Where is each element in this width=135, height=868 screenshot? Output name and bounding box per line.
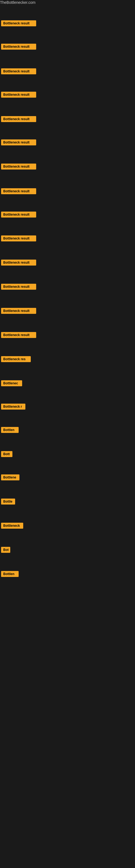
result-row-4: Bottleneck result: [1, 92, 36, 99]
bottleneck-badge-24[interactable]: Bottlen: [1, 571, 18, 577]
bottleneck-badge-4[interactable]: Bottleneck result: [1, 92, 36, 98]
result-row-16: Bottlenec: [1, 380, 22, 388]
result-row-8: Bottleneck result: [1, 188, 36, 195]
bottleneck-badge-9[interactable]: Bottleneck result: [1, 212, 36, 218]
bottleneck-badge-6[interactable]: Bottleneck result: [1, 140, 36, 145]
result-row-14: Bottleneck result: [1, 332, 36, 339]
result-row-12: Bottleneck result: [1, 284, 36, 291]
bottleneck-badge-18[interactable]: Bottlen: [1, 427, 18, 433]
result-row-10: Bottleneck result: [1, 236, 36, 243]
result-row-6: Bottleneck result: [1, 140, 36, 147]
bottleneck-badge-5[interactable]: Bottleneck result: [1, 116, 36, 122]
result-row-22: Bottleneck: [1, 523, 23, 530]
bottleneck-badge-23[interactable]: Bot: [1, 547, 10, 553]
bottleneck-badge-16[interactable]: Bottlenec: [1, 380, 22, 386]
bottleneck-badge-7[interactable]: Bottleneck result: [1, 163, 36, 169]
bottleneck-badge-22[interactable]: Bottleneck: [1, 523, 23, 529]
result-row-21: Bottle: [1, 499, 15, 506]
result-row-7: Bottleneck result: [1, 163, 36, 170]
result-row-20: Bottlene: [1, 474, 19, 482]
result-row-24: Bottlen: [1, 571, 18, 578]
bottleneck-badge-19[interactable]: Bott: [1, 451, 12, 457]
bottleneck-badge-2[interactable]: Bottleneck result: [1, 44, 36, 50]
result-row-2: Bottleneck result: [1, 44, 36, 51]
result-row-17: Bottleneck r: [1, 404, 26, 411]
bottleneck-badge-14[interactable]: Bottleneck result: [1, 332, 36, 338]
result-row-23: Bot: [1, 547, 10, 554]
bottleneck-badge-8[interactable]: Bottleneck result: [1, 188, 36, 194]
result-row-19: Bott: [1, 451, 12, 458]
result-row-3: Bottleneck result: [1, 68, 36, 75]
badges-container: Bottleneck resultBottleneck resultBottle…: [0, 5, 135, 868]
bottleneck-badge-15[interactable]: Bottleneck res: [1, 356, 31, 362]
bottleneck-badge-1[interactable]: Bottleneck result: [1, 20, 36, 26]
bottleneck-badge-20[interactable]: Bottlene: [1, 474, 19, 480]
bottleneck-badge-3[interactable]: Bottleneck result: [1, 68, 36, 74]
result-row-1: Bottleneck result: [1, 20, 36, 27]
site-title: TheBottlenecker.com: [0, 0, 135, 5]
bottleneck-badge-10[interactable]: Bottleneck result: [1, 236, 36, 241]
result-row-18: Bottlen: [1, 427, 18, 434]
bottleneck-badge-21[interactable]: Bottle: [1, 499, 15, 504]
result-row-9: Bottleneck result: [1, 212, 36, 219]
result-row-15: Bottleneck res: [1, 356, 31, 363]
bottleneck-badge-17[interactable]: Bottleneck r: [1, 404, 26, 410]
bottleneck-badge-13[interactable]: Bottleneck result: [1, 308, 36, 314]
result-row-5: Bottleneck result: [1, 116, 36, 123]
result-row-11: Bottleneck result: [1, 259, 36, 267]
bottleneck-badge-12[interactable]: Bottleneck result: [1, 284, 36, 290]
result-row-13: Bottleneck result: [1, 308, 36, 315]
bottleneck-badge-11[interactable]: Bottleneck result: [1, 259, 36, 266]
